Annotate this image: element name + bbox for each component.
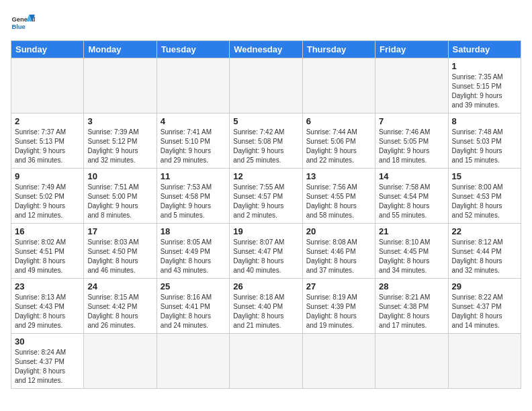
day-info: Sunrise: 8:05 AM Sunset: 4:49 PM Dayligh… — [161, 238, 226, 275]
day-info: Sunrise: 8:00 AM Sunset: 4:53 PM Dayligh… — [452, 183, 517, 220]
day-info: Sunrise: 7:46 AM Sunset: 5:05 PM Dayligh… — [379, 128, 444, 165]
weekday-header-wednesday: Wednesday — [230, 41, 302, 58]
day-number: 26 — [233, 281, 298, 291]
day-number: 15 — [452, 171, 517, 181]
calendar-cell: 17Sunrise: 8:03 AM Sunset: 4:50 PM Dayli… — [84, 224, 157, 279]
day-info: Sunrise: 7:35 AM Sunset: 5:15 PM Dayligh… — [452, 73, 517, 110]
calendar-cell: 7Sunrise: 7:46 AM Sunset: 5:05 PM Daylig… — [375, 113, 448, 169]
calendar-cell: 9Sunrise: 7:49 AM Sunset: 5:02 PM Daylig… — [11, 169, 84, 224]
calendar-week-4: 16Sunrise: 8:02 AM Sunset: 4:51 PM Dayli… — [11, 224, 521, 279]
weekday-header-thursday: Thursday — [302, 41, 375, 58]
day-number: 21 — [379, 226, 444, 236]
day-info: Sunrise: 7:51 AM Sunset: 5:00 PM Dayligh… — [87, 183, 152, 220]
day-number: 6 — [306, 116, 371, 126]
day-number: 2 — [15, 116, 80, 126]
calendar-cell: 8Sunrise: 7:48 AM Sunset: 5:03 PM Daylig… — [448, 113, 521, 169]
day-info: Sunrise: 8:16 AM Sunset: 4:41 PM Dayligh… — [161, 293, 226, 330]
day-info: Sunrise: 7:48 AM Sunset: 5:03 PM Dayligh… — [452, 128, 517, 165]
day-number: 22 — [452, 226, 517, 236]
day-number: 13 — [306, 171, 371, 181]
calendar: SundayMondayTuesdayWednesdayThursdayFrid… — [11, 40, 521, 389]
calendar-cell: 1Sunrise: 7:35 AM Sunset: 5:15 PM Daylig… — [448, 58, 521, 113]
day-number: 1 — [452, 61, 517, 71]
day-number: 27 — [306, 281, 371, 291]
calendar-cell — [375, 334, 448, 389]
day-number: 4 — [161, 116, 226, 126]
day-number: 25 — [161, 281, 226, 291]
calendar-cell: 30Sunrise: 8:24 AM Sunset: 4:37 PM Dayli… — [11, 334, 84, 389]
weekday-header-row: SundayMondayTuesdayWednesdayThursdayFrid… — [11, 41, 521, 58]
calendar-cell: 21Sunrise: 8:10 AM Sunset: 4:45 PM Dayli… — [375, 224, 448, 279]
calendar-cell: 18Sunrise: 8:05 AM Sunset: 4:49 PM Dayli… — [157, 224, 229, 279]
calendar-cell: 6Sunrise: 7:44 AM Sunset: 5:06 PM Daylig… — [302, 113, 375, 169]
day-info: Sunrise: 8:12 AM Sunset: 4:44 PM Dayligh… — [452, 238, 517, 275]
day-info: Sunrise: 7:41 AM Sunset: 5:10 PM Dayligh… — [161, 128, 226, 165]
day-info: Sunrise: 8:07 AM Sunset: 4:47 PM Dayligh… — [233, 238, 298, 275]
calendar-cell — [302, 334, 375, 389]
calendar-cell: 14Sunrise: 7:58 AM Sunset: 4:54 PM Dayli… — [375, 169, 448, 224]
page-header: General Blue — [11, 11, 521, 35]
day-number: 11 — [161, 171, 226, 181]
calendar-cell — [230, 334, 302, 389]
day-info: Sunrise: 7:58 AM Sunset: 4:54 PM Dayligh… — [379, 183, 444, 220]
calendar-cell — [230, 58, 302, 113]
day-number: 7 — [379, 116, 444, 126]
day-number: 8 — [452, 116, 517, 126]
day-info: Sunrise: 8:10 AM Sunset: 4:45 PM Dayligh… — [379, 238, 444, 275]
weekday-header-sunday: Sunday — [11, 41, 84, 58]
day-number: 19 — [233, 226, 298, 236]
day-info: Sunrise: 8:15 AM Sunset: 4:42 PM Dayligh… — [87, 293, 152, 330]
svg-text:Blue: Blue — [11, 24, 25, 30]
day-info: Sunrise: 7:49 AM Sunset: 5:02 PM Dayligh… — [15, 183, 80, 220]
weekday-header-tuesday: Tuesday — [157, 41, 229, 58]
calendar-cell: 23Sunrise: 8:13 AM Sunset: 4:43 PM Dayli… — [11, 279, 84, 334]
day-info: Sunrise: 7:42 AM Sunset: 5:08 PM Dayligh… — [233, 128, 298, 165]
calendar-cell: 28Sunrise: 8:21 AM Sunset: 4:38 PM Dayli… — [375, 279, 448, 334]
day-number: 29 — [452, 281, 517, 291]
calendar-week-5: 23Sunrise: 8:13 AM Sunset: 4:43 PM Dayli… — [11, 279, 521, 334]
day-number: 30 — [15, 336, 80, 347]
day-number: 10 — [87, 171, 152, 181]
day-number: 3 — [87, 116, 152, 126]
calendar-cell: 16Sunrise: 8:02 AM Sunset: 4:51 PM Dayli… — [11, 224, 84, 279]
calendar-week-3: 9Sunrise: 7:49 AM Sunset: 5:02 PM Daylig… — [11, 169, 521, 224]
calendar-week-2: 2Sunrise: 7:37 AM Sunset: 5:13 PM Daylig… — [11, 113, 521, 169]
calendar-cell: 2Sunrise: 7:37 AM Sunset: 5:13 PM Daylig… — [11, 113, 84, 169]
calendar-cell: 19Sunrise: 8:07 AM Sunset: 4:47 PM Dayli… — [230, 224, 302, 279]
day-info: Sunrise: 7:56 AM Sunset: 4:55 PM Dayligh… — [306, 183, 371, 220]
day-info: Sunrise: 8:13 AM Sunset: 4:43 PM Dayligh… — [15, 293, 80, 330]
day-number: 16 — [15, 226, 80, 236]
day-info: Sunrise: 7:39 AM Sunset: 5:12 PM Dayligh… — [87, 128, 152, 165]
calendar-cell: 12Sunrise: 7:55 AM Sunset: 4:57 PM Dayli… — [230, 169, 302, 224]
day-info: Sunrise: 8:02 AM Sunset: 4:51 PM Dayligh… — [15, 238, 80, 275]
calendar-cell: 20Sunrise: 8:08 AM Sunset: 4:46 PM Dayli… — [302, 224, 375, 279]
day-number: 24 — [87, 281, 152, 291]
day-info: Sunrise: 8:03 AM Sunset: 4:50 PM Dayligh… — [87, 238, 152, 275]
calendar-cell: 13Sunrise: 7:56 AM Sunset: 4:55 PM Dayli… — [302, 169, 375, 224]
logo: General Blue — [11, 11, 35, 35]
day-number: 9 — [15, 171, 80, 181]
calendar-cell: 4Sunrise: 7:41 AM Sunset: 5:10 PM Daylig… — [157, 113, 229, 169]
day-number: 20 — [306, 226, 371, 236]
day-number: 14 — [379, 171, 444, 181]
calendar-week-1: 1Sunrise: 7:35 AM Sunset: 5:15 PM Daylig… — [11, 58, 521, 113]
day-info: Sunrise: 7:53 AM Sunset: 4:58 PM Dayligh… — [161, 183, 226, 220]
calendar-cell: 10Sunrise: 7:51 AM Sunset: 5:00 PM Dayli… — [84, 169, 157, 224]
calendar-cell: 11Sunrise: 7:53 AM Sunset: 4:58 PM Dayli… — [157, 169, 229, 224]
calendar-cell — [84, 58, 157, 113]
calendar-cell: 26Sunrise: 8:18 AM Sunset: 4:40 PM Dayli… — [230, 279, 302, 334]
weekday-header-monday: Monday — [84, 41, 157, 58]
day-info: Sunrise: 8:22 AM Sunset: 4:37 PM Dayligh… — [452, 293, 517, 330]
calendar-cell: 29Sunrise: 8:22 AM Sunset: 4:37 PM Dayli… — [448, 279, 521, 334]
calendar-cell — [375, 58, 448, 113]
calendar-cell — [157, 58, 229, 113]
calendar-cell — [302, 58, 375, 113]
calendar-cell — [84, 334, 157, 389]
day-info: Sunrise: 8:18 AM Sunset: 4:40 PM Dayligh… — [233, 293, 298, 330]
day-info: Sunrise: 8:19 AM Sunset: 4:39 PM Dayligh… — [306, 293, 371, 330]
day-number: 23 — [15, 281, 80, 291]
day-info: Sunrise: 8:21 AM Sunset: 4:38 PM Dayligh… — [379, 293, 444, 330]
weekday-header-saturday: Saturday — [448, 41, 521, 58]
calendar-week-6: 30Sunrise: 8:24 AM Sunset: 4:37 PM Dayli… — [11, 334, 521, 389]
day-info: Sunrise: 7:55 AM Sunset: 4:57 PM Dayligh… — [233, 183, 298, 220]
